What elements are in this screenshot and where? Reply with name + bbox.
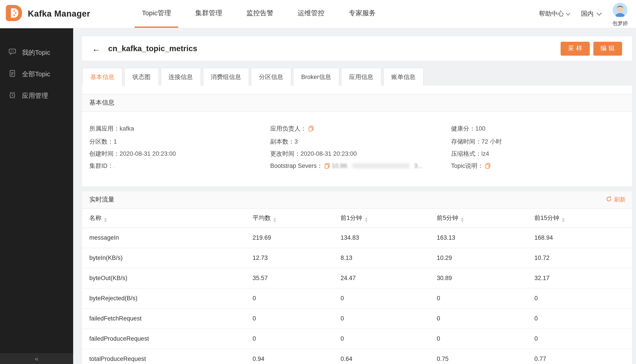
brand[interactable]: Kafka Manager — [6, 0, 90, 28]
table-row: failedProduceRequest0000 — [82, 328, 632, 349]
field-health-score: 健康分：100 — [451, 122, 632, 136]
nav-ops-control[interactable]: 运维管控 — [290, 0, 332, 28]
sort-icon — [562, 218, 565, 222]
sidebar-collapse-toggle[interactable]: « — [0, 353, 73, 364]
redacted-text — [352, 163, 410, 168]
help-center-link[interactable]: 帮助中心 — [539, 10, 569, 18]
tab-basic-info[interactable]: 基本信息 — [82, 68, 122, 86]
sidebar-item-label: 全部Topic — [22, 70, 50, 78]
tab-broker-info[interactable]: Broker信息 — [293, 68, 339, 86]
topic-tabs: 基本信息 状态图 连接信息 消费组信息 分区信息 Broker信息 应用信息 账… — [82, 68, 632, 86]
region-selector[interactable]: 国内 — [581, 10, 601, 18]
basic-info-section-bar: 基本信息 — [82, 94, 632, 112]
sidebar-item-all-topic[interactable]: 全部Topic — [0, 63, 73, 85]
field-retention-time: 存储时间：72 小时 — [451, 136, 632, 148]
table-row: totalProduceRequest0.940.640.750.77 — [82, 349, 632, 364]
chat-bubble-icon — [8, 48, 16, 58]
app-root: Kafka Manager Topic管理 集群管理 监控告警 运维管控 专家服… — [0, 0, 636, 364]
table-row: failedFetchRequest0000 — [82, 308, 632, 328]
field-topic-description: Topic说明： — [451, 160, 632, 173]
sidebar-item-label: 我的Topic — [22, 48, 50, 57]
sidebar-item-app-manage[interactable]: 应用管理 — [0, 85, 73, 106]
page-title: cn_kafka_topic_metrics — [108, 44, 197, 53]
tab-partition-info[interactable]: 分区信息 — [251, 68, 291, 86]
table-row: byteRejected(B/s)0000 — [82, 288, 632, 308]
table-row: byteOut(KB/s)35.5724.4730.8932.17 — [82, 268, 632, 288]
sidebar: 我的Topic 全部Topic 应用管理 « — [0, 28, 73, 364]
main-nav: Topic管理 集群管理 监控告警 运维管控 专家服务 — [130, 0, 388, 28]
brand-title: Kafka Manager — [28, 9, 90, 19]
refresh-icon — [606, 196, 612, 203]
realtime-metrics-table: 名称 平均数 前1分钟 前5分钟 前15分钟 messageIn219.6913… — [82, 209, 632, 364]
top-header: Kafka Manager Topic管理 集群管理 监控告警 运维管控 专家服… — [0, 0, 636, 28]
realtime-traffic-card: 实时流量 刷新 名称 平均数 — [82, 191, 632, 364]
tab-connection-info[interactable]: 连接信息 — [160, 68, 201, 86]
column-header-last-5min[interactable]: 前5分钟 — [437, 209, 534, 228]
document-list-icon — [8, 69, 16, 79]
sort-icon — [104, 218, 107, 222]
header-right: 帮助中心 国内 包梦婷 — [539, 0, 628, 28]
tab-status-chart[interactable]: 状态图 — [124, 68, 159, 86]
main-content: ← cn_kafka_topic_metrics 采 样 编 辑 基本信息 状态… — [73, 28, 636, 364]
section-title: 实时流量 — [89, 196, 114, 204]
sidebar-item-my-topic[interactable]: 我的Topic — [0, 42, 73, 63]
app-logo-icon — [6, 4, 22, 23]
sidebar-item-label: 应用管理 — [22, 91, 48, 100]
field-app-owner: 应用负责人： — [270, 122, 451, 136]
table-header-row: 名称 平均数 前1分钟 前5分钟 前15分钟 — [82, 209, 632, 228]
nav-topic-manage[interactable]: Topic管理 — [135, 0, 178, 28]
copy-icon[interactable] — [485, 161, 490, 173]
back-arrow-icon[interactable]: ← — [92, 44, 100, 53]
edit-button[interactable]: 编 辑 — [593, 42, 622, 56]
chevron-down-icon — [566, 11, 570, 16]
field-replica-count: 副本数：3 — [270, 136, 451, 148]
field-partition-count: 分区数：1 — [89, 136, 270, 148]
column-header-last-1min[interactable]: 前1分钟 — [341, 209, 437, 228]
copy-icon[interactable] — [308, 124, 314, 136]
chevron-down-icon — [596, 10, 602, 16]
sort-icon — [274, 218, 276, 222]
field-bootstrap-servers: Bootstrap Severs：10.88.3... — [270, 160, 451, 173]
tab-billing-info[interactable]: 账单信息 — [383, 68, 424, 86]
copy-icon[interactable] — [324, 161, 330, 173]
nav-expert-service[interactable]: 专家服务 — [342, 0, 383, 28]
nav-monitor-alert[interactable]: 监控告警 — [239, 0, 280, 28]
nav-cluster-manage[interactable]: 集群管理 — [188, 0, 229, 28]
tab-consumer-group-info[interactable]: 消费组信息 — [203, 68, 249, 86]
field-modify-time: 更改时间：2020-08-31 20:23:00 — [270, 148, 451, 160]
section-title: 基本信息 — [89, 99, 114, 107]
user-menu[interactable]: 包梦婷 — [612, 1, 628, 27]
tab-app-info[interactable]: 应用信息 — [341, 68, 382, 86]
column-header-name[interactable]: 名称 — [82, 209, 253, 228]
field-create-time: 创建时间：2020-08-31 20:23:00 — [89, 148, 270, 160]
field-cluster-id: 集群ID：. — [89, 160, 270, 173]
realtime-section-bar: 实时流量 刷新 — [82, 191, 632, 209]
topic-title-card: ← cn_kafka_topic_metrics 采 样 编 辑 — [82, 36, 632, 60]
sample-button[interactable]: 采 样 — [561, 42, 590, 56]
username: 包梦婷 — [612, 20, 628, 27]
basic-info-grid: 所属应用：kafka 应用负责人： 健康分：100 分区数：1 副本数：3 存储… — [82, 112, 632, 186]
sort-icon — [461, 218, 464, 222]
column-header-last-15min[interactable]: 前15分钟 — [534, 209, 632, 228]
column-header-average[interactable]: 平均数 — [253, 209, 341, 228]
field-compression: 压缩格式：lz4 — [451, 148, 632, 160]
sort-icon — [365, 218, 368, 222]
refresh-button[interactable]: 刷新 — [606, 196, 626, 204]
table-row: byteIn(KB/s)12.738.1310.2910.72 — [82, 248, 632, 268]
field-app: 所属应用：kafka — [89, 122, 270, 136]
table-row: messageIn219.69134.83163.13168.94 — [82, 228, 632, 248]
avatar — [613, 2, 628, 19]
basic-info-card: 基本信息 所属应用：kafka 应用负责人： 健康分：100 分区数：1 副本数… — [82, 86, 632, 186]
alarm-clock-icon — [8, 91, 16, 100]
